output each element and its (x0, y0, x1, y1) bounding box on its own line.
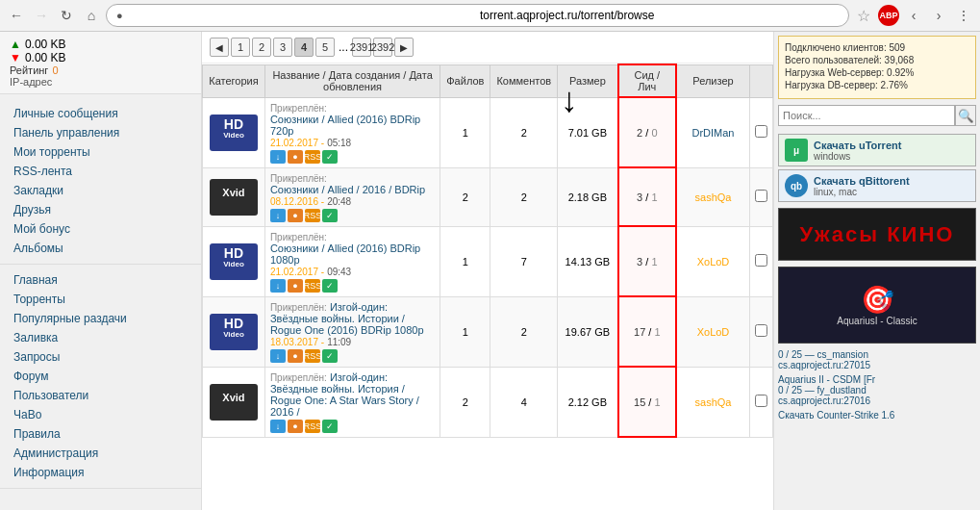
row-checkbox[interactable] (755, 125, 767, 138)
next-page-button[interactable]: › (928, 5, 949, 26)
right-panel: Подключено клиентов: 509 Всего пользоват… (773, 32, 980, 510)
check-icon[interactable]: ✓ (322, 150, 338, 164)
magnet-icon[interactable]: ● (288, 209, 303, 222)
cs-download-link[interactable]: Скачать Counter-Strike 1.6 (778, 410, 894, 421)
qbittorrent-download-button[interactable]: qb Скачать qBittorent linux, mac (778, 169, 976, 202)
server1-score: 0 / 25 (778, 349, 802, 360)
releaser-link[interactable]: DrDIMan (691, 127, 734, 139)
check-cell[interactable] (749, 226, 772, 296)
refresh-button[interactable]: ↻ (56, 5, 77, 26)
table-row: Xvid Прикреплён: Изгой-один: Звёздные во… (203, 367, 773, 437)
row-checkbox[interactable] (755, 395, 767, 407)
download-icon[interactable]: ↓ (270, 349, 286, 363)
torrent-link[interactable]: Союзники / Allied (2016) BDRip 1080p (270, 242, 420, 266)
sidebar-item-admin[interactable]: Администрация (0, 444, 201, 463)
search-button[interactable]: 🔍 (955, 105, 976, 126)
sidebar-item-forum[interactable]: Форум (0, 367, 201, 386)
sidebar-item-bookmarks[interactable]: Закладки (0, 181, 201, 200)
releaser-link[interactable]: sashQa (695, 191, 732, 203)
files-cell: 1 (440, 97, 490, 167)
rss-icon[interactable]: RSS (305, 349, 320, 363)
check-cell[interactable] (749, 296, 772, 367)
magnet-icon[interactable]: ● (288, 279, 303, 293)
magnet-icon[interactable]: ● (288, 349, 303, 363)
sidebar-item-popular[interactable]: Популярные раздачи (0, 309, 201, 328)
search-input[interactable] (778, 105, 955, 126)
releaser-cell: XoLoD (676, 226, 749, 296)
comments-cell: 7 (490, 226, 558, 296)
check-icon[interactable]: ✓ (322, 420, 338, 433)
rss-icon[interactable]: RSS (305, 420, 320, 433)
torrent-link[interactable]: Союзники / Allied (2016) BDRip 720p (270, 114, 420, 137)
sidebar-item-users[interactable]: Пользователи (0, 386, 201, 405)
forward-button[interactable]: → (31, 5, 52, 26)
size-cell: 2.12 GB (558, 367, 618, 437)
prev-page-btn[interactable]: ◀ (210, 38, 229, 57)
sidebar-item-info[interactable]: Информация (0, 463, 201, 482)
utorrent-label: Скачать uTorrent (814, 140, 901, 151)
sidebar-item-panel[interactable]: Панель управления (0, 123, 201, 142)
rss-icon[interactable]: RSS (305, 209, 320, 222)
download-icon[interactable]: ↓ (270, 209, 286, 222)
releaser-link[interactable]: XoLoD (697, 256, 730, 268)
check-icon[interactable]: ✓ (322, 209, 338, 222)
server1-link[interactable]: cs.aqproject.ru:27015 (778, 360, 870, 370)
sidebar-item-upload[interactable]: Заливка (0, 328, 201, 347)
horror-ad[interactable]: Ужасы КИНО (778, 208, 976, 261)
menu-button[interactable]: ⋮ (953, 5, 974, 26)
sidebar-item-mytorrents[interactable]: Мои торренты (0, 142, 201, 162)
download-icon[interactable]: ↓ (270, 279, 286, 293)
page-btn-3[interactable]: 3 (273, 38, 292, 57)
releaser-link[interactable]: sashQa (695, 396, 732, 408)
rating-label: Рейтинг (10, 64, 48, 76)
download-icon[interactable]: ↓ (270, 150, 286, 164)
th-seeds[interactable]: Сид / Лич (618, 64, 676, 97)
check-cell[interactable] (749, 367, 772, 437)
check-icon[interactable]: ✓ (322, 349, 338, 363)
sidebar-item-bonus[interactable]: Мой бонус (0, 219, 201, 239)
row-checkbox[interactable] (755, 190, 767, 202)
sidebar-item-friends[interactable]: Друзья (0, 200, 201, 219)
page-btn-2392[interactable]: 2392 (373, 38, 392, 57)
home-button[interactable]: ⌂ (81, 5, 102, 26)
sidebar-item-messages[interactable]: Личные сообщения (0, 104, 201, 123)
row-checkbox[interactable] (755, 254, 767, 267)
sidebar-item-home[interactable]: Главная (0, 270, 201, 290)
torrent-link[interactable]: Союзники / Allied / 2016 / BDRip (270, 184, 425, 195)
sidebar-item-torrents[interactable]: Торренты (0, 290, 201, 309)
sidebar-item-albums[interactable]: Альбомы (0, 239, 201, 258)
sidebar-item-rules[interactable]: Правила (0, 424, 201, 444)
back-button[interactable]: ← (6, 5, 27, 26)
check-cell[interactable] (749, 97, 772, 167)
page-btn-4[interactable]: 4 (294, 38, 314, 57)
row-checkbox[interactable] (755, 324, 767, 337)
next-page-btn[interactable]: ▶ (394, 38, 414, 57)
sidebar-item-rss[interactable]: RSS-лента (0, 162, 201, 181)
utorrent-download-button[interactable]: μ Скачать uTorrent windows (778, 134, 976, 166)
bookmark-button[interactable]: ☆ (853, 5, 874, 26)
address-bar[interactable]: ● torrent.aqproject.ru/torrent/browse (106, 4, 849, 27)
cs-figure: 🎯 (861, 284, 894, 316)
page-btn-2[interactable]: 2 (252, 38, 271, 57)
magnet-icon[interactable]: ● (288, 420, 303, 433)
url-text: torrent.aqproject.ru/torrent/browse (480, 9, 839, 22)
sidebar-item-requests[interactable]: Запросы (0, 347, 201, 367)
page-btn-1[interactable]: 1 (231, 38, 250, 57)
sidebar-item-faq[interactable]: ЧаВо (0, 405, 201, 424)
rss-icon[interactable]: RSS (305, 279, 320, 293)
page-btn-2391[interactable]: 2391 (352, 38, 371, 57)
server2-link[interactable]: cs.aqproject.ru:27016 (778, 395, 870, 406)
th-category: Категория (203, 64, 265, 97)
rss-icon[interactable]: RSS (305, 150, 320, 164)
check-icon[interactable]: ✓ (322, 279, 338, 293)
check-cell[interactable] (749, 167, 772, 226)
category-cell: Xvid (203, 167, 265, 226)
prev-page-button[interactable]: ‹ (903, 5, 924, 26)
name-cell: Прикреплён: Изгой-один: Звёздные войны. … (264, 367, 440, 437)
download-icon[interactable]: ↓ (270, 420, 286, 433)
page-btn-5[interactable]: 5 (315, 38, 335, 57)
magnet-icon[interactable]: ● (288, 150, 303, 164)
game-ad[interactable]: 🎯 AquariusI - Classic (778, 267, 976, 344)
releaser-link[interactable]: XoLoD (697, 326, 730, 338)
size-cell: 14.13 GB (558, 226, 618, 296)
